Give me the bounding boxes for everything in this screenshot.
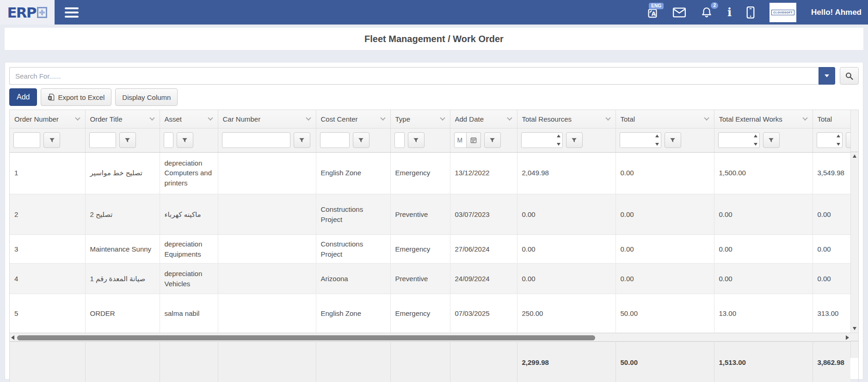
notifications-button[interactable]: 2 bbox=[701, 6, 713, 18]
column-header-type[interactable]: Type bbox=[390, 110, 450, 128]
filter-button-car-number[interactable] bbox=[294, 132, 310, 148]
horizontal-scrollbar-thumb[interactable] bbox=[17, 335, 595, 340]
filter-button-type[interactable] bbox=[408, 132, 425, 148]
spinner-up-icon[interactable] bbox=[837, 135, 840, 137]
column-header-total-resources[interactable]: Total Resources bbox=[517, 110, 616, 128]
horizontal-scrollbar[interactable] bbox=[10, 333, 850, 341]
column-header-order-title[interactable]: Order Title bbox=[85, 110, 160, 128]
language-button[interactable]: A ENG bbox=[647, 7, 658, 18]
cell-total-resources: 0.00 bbox=[517, 235, 616, 264]
add-button[interactable]: Add bbox=[9, 88, 37, 106]
svg-text:A: A bbox=[652, 11, 656, 17]
column-header-car-number[interactable]: Car Number bbox=[218, 110, 316, 128]
cell-total: 0.00 bbox=[616, 235, 714, 264]
column-header-asset[interactable]: Asset bbox=[160, 110, 218, 128]
mobile-app-button[interactable] bbox=[746, 6, 755, 19]
filter-input-asset[interactable] bbox=[164, 132, 173, 148]
column-header-order-number[interactable]: Order Number bbox=[10, 110, 85, 128]
filter-button-total[interactable] bbox=[665, 132, 681, 148]
chevron-down-icon[interactable] bbox=[75, 116, 80, 121]
footer-total-external-works: 1,513.00 bbox=[714, 342, 813, 382]
svg-text:x: x bbox=[49, 96, 51, 100]
chevron-down-icon[interactable] bbox=[507, 116, 512, 121]
filter-button-total-final[interactable] bbox=[846, 132, 851, 148]
hamburger-menu-icon[interactable] bbox=[65, 7, 79, 18]
erp-logo[interactable]: ERP bbox=[0, 0, 55, 25]
filter-input-add-date[interactable] bbox=[454, 132, 467, 148]
filter-input-order-title[interactable] bbox=[89, 132, 116, 148]
filter-input-type[interactable] bbox=[394, 132, 405, 148]
filter-button-total-resources[interactable] bbox=[566, 132, 583, 148]
filter-input-car-number[interactable] bbox=[222, 132, 290, 148]
search-input[interactable] bbox=[9, 67, 819, 85]
cell-car-number bbox=[218, 264, 316, 294]
footer-total: 50.00 bbox=[616, 342, 714, 382]
cell-total-external-works: 0.00 bbox=[714, 194, 813, 235]
table-row[interactable]: 3 Maintenance Sunny depreciation Equipme… bbox=[10, 235, 850, 264]
cell-type: Emergency bbox=[390, 235, 450, 264]
scroll-down-icon[interactable] bbox=[853, 327, 856, 330]
column-header-total[interactable]: Total bbox=[616, 110, 714, 128]
spinner-down-icon[interactable] bbox=[837, 143, 840, 146]
chevron-down-icon[interactable] bbox=[440, 116, 445, 121]
funnel-icon bbox=[124, 137, 130, 143]
table-row[interactable]: 2 تصليح 2 ماكينه كهرباء Constructions Pr… bbox=[10, 194, 850, 235]
chevron-down-icon[interactable] bbox=[208, 116, 213, 121]
chevron-down-icon[interactable] bbox=[704, 116, 709, 121]
info-button[interactable]: i bbox=[727, 7, 732, 18]
cell-total: 50.00 bbox=[616, 294, 714, 333]
cell-asset: depreciation Equipments bbox=[160, 235, 218, 264]
spinner-up-icon[interactable] bbox=[655, 135, 659, 137]
excel-icon: x bbox=[48, 93, 55, 101]
filter-button-order-title[interactable] bbox=[119, 132, 136, 148]
filter-button-cost-center[interactable] bbox=[353, 132, 369, 148]
cloudsoft-logo[interactable]: CLOUDSOFT bbox=[770, 3, 796, 22]
filter-button-total-external-works[interactable] bbox=[763, 132, 780, 148]
filter-button-asset[interactable] bbox=[177, 132, 193, 148]
column-header-cost-center[interactable]: Cost Center bbox=[316, 110, 390, 128]
search-button[interactable] bbox=[840, 67, 859, 85]
cell-total-final: 0.00 bbox=[813, 235, 850, 264]
display-column-button[interactable]: Display Column bbox=[115, 88, 178, 106]
vertical-scrollbar[interactable] bbox=[850, 152, 858, 333]
table-row[interactable]: 5 ORDER salma nabil English Zone Emergen… bbox=[10, 294, 850, 333]
spinner-down-icon[interactable] bbox=[655, 143, 659, 146]
chevron-down-icon[interactable] bbox=[802, 116, 807, 121]
messages-button[interactable] bbox=[673, 7, 686, 18]
scroll-up-icon[interactable] bbox=[853, 154, 856, 158]
spinner-up-icon[interactable] bbox=[557, 135, 560, 137]
cell-type: Emergency bbox=[390, 153, 450, 194]
spinner-up-icon[interactable] bbox=[754, 135, 757, 137]
cell-add-date: 07/03/2025 bbox=[450, 294, 517, 333]
search-dropdown-button[interactable] bbox=[819, 67, 835, 85]
footer-totals-row: 2,299.98 50.00 1,513.00 3,862.98 bbox=[10, 342, 850, 382]
chevron-down-icon[interactable] bbox=[149, 116, 154, 121]
cell-total: 0.00 bbox=[616, 153, 714, 194]
date-picker-button[interactable] bbox=[467, 132, 481, 148]
funnel-icon bbox=[358, 137, 364, 143]
scroll-right-icon[interactable] bbox=[846, 335, 849, 340]
filter-button-order-number[interactable] bbox=[43, 132, 60, 148]
erp-logo-plus-icon bbox=[37, 7, 47, 18]
filter-input-order-number[interactable] bbox=[13, 132, 40, 148]
cell-order-number: 4 bbox=[10, 264, 85, 294]
column-header-total-final[interactable]: Total bbox=[813, 110, 850, 128]
spinner-down-icon[interactable] bbox=[754, 143, 757, 146]
column-header-total-external-works[interactable]: Total External Works bbox=[714, 110, 813, 128]
table-row[interactable]: 1 تصليح خط مواسير depreciation Computers… bbox=[10, 153, 850, 194]
funnel-icon bbox=[670, 137, 676, 143]
export-excel-button[interactable]: x Export to Excel bbox=[41, 88, 111, 106]
column-header-add-date[interactable]: Add Date bbox=[450, 110, 517, 128]
funnel-icon bbox=[413, 137, 419, 143]
scroll-left-icon[interactable] bbox=[11, 335, 14, 340]
filter-input-cost-center[interactable] bbox=[320, 132, 350, 148]
chevron-down-icon[interactable] bbox=[605, 116, 610, 121]
table-row[interactable]: 4 صيانة المعدة رقم 1 depreciation Vehicl… bbox=[10, 264, 850, 294]
chevron-down-icon[interactable] bbox=[306, 116, 311, 121]
spinner-down-icon[interactable] bbox=[557, 143, 560, 146]
chevron-down-icon[interactable] bbox=[380, 116, 385, 121]
calendar-icon bbox=[470, 137, 477, 143]
filter-button-add-date[interactable] bbox=[484, 132, 501, 148]
cell-car-number bbox=[218, 294, 316, 333]
cell-type: Preventive bbox=[390, 194, 450, 235]
